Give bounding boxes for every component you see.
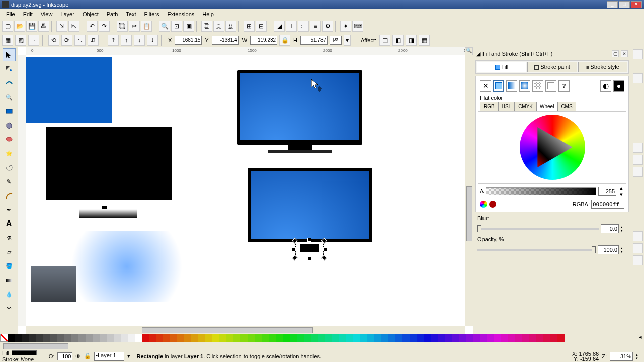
- star-tool[interactable]: ⭐: [3, 147, 16, 160]
- palette-scrollbar[interactable]: [0, 342, 644, 350]
- x-input[interactable]: [175, 36, 202, 45]
- colortab-wheel[interactable]: Wheel: [536, 102, 557, 111]
- close-button[interactable]: ✕: [631, 1, 642, 8]
- pencil-tool[interactable]: ✎: [3, 175, 16, 188]
- open-button[interactable]: 📂: [14, 21, 25, 32]
- affect-gradient-button[interactable]: ◨: [406, 35, 417, 46]
- palette-none-swatch[interactable]: [0, 334, 8, 342]
- blur-spinner[interactable]: ▴▾: [621, 225, 627, 232]
- fill-flat-button[interactable]: [493, 80, 504, 92]
- tab-stroke-style[interactable]: ≡Stroke style: [578, 62, 627, 72]
- rotate-cw-button[interactable]: ⟳: [61, 35, 72, 46]
- fill-pattern-button[interactable]: [532, 80, 543, 92]
- spray-tool[interactable]: ⚗: [3, 231, 16, 244]
- bucket-tool[interactable]: 🪣: [3, 259, 16, 273]
- affect-stroke-button[interactable]: ◫: [379, 35, 390, 46]
- status-opacity-input[interactable]: [57, 352, 72, 360]
- colortab-cmyk[interactable]: CMYK: [515, 102, 536, 111]
- select-all-button[interactable]: ▦: [2, 35, 13, 46]
- panel-close-button[interactable]: ✕: [621, 50, 628, 57]
- group-button[interactable]: ⊞: [244, 21, 255, 32]
- tweak-tool[interactable]: [3, 76, 16, 89]
- calligraphy-tool[interactable]: ✒: [3, 203, 16, 216]
- menu-edit[interactable]: Edit: [19, 10, 37, 18]
- fill-linear-button[interactable]: [506, 80, 517, 92]
- lower-bottom-button[interactable]: ⤓: [147, 35, 158, 46]
- align-button[interactable]: ≡: [310, 21, 321, 32]
- box3d-tool[interactable]: [3, 119, 16, 132]
- snap-toggle-2[interactable]: [633, 73, 643, 83]
- colortab-cms[interactable]: CMS: [557, 102, 576, 111]
- monitor-1-neck[interactable]: [288, 145, 312, 150]
- layer-visibility-icon[interactable]: 👁: [75, 353, 81, 359]
- menu-help[interactable]: Help: [198, 10, 218, 18]
- snap-toggle-8[interactable]: [633, 255, 643, 265]
- status-fill-swatch[interactable]: [12, 350, 37, 355]
- copy-button[interactable]: ⿻: [117, 21, 128, 32]
- prefs-button[interactable]: ⚙: [322, 21, 333, 32]
- blur-slider[interactable]: [477, 228, 599, 230]
- minimize-button[interactable]: _: [607, 1, 618, 8]
- input-devices-button[interactable]: ⌨: [352, 21, 363, 32]
- cut-button[interactable]: ✂: [129, 21, 140, 32]
- select-all-layers-button[interactable]: ▨: [15, 35, 26, 46]
- snap-toggle-4[interactable]: [633, 155, 643, 165]
- status-zoom-input[interactable]: [610, 352, 633, 361]
- ruler-horizontal[interactable]: 0 500 1000 1500 2000 2500 3000: [26, 47, 465, 55]
- layer-lock-icon[interactable]: 🔓: [84, 353, 91, 359]
- gradient-tool[interactable]: [3, 274, 16, 287]
- snap-toggle-6[interactable]: [633, 231, 643, 241]
- color-managed-icon[interactable]: [480, 201, 487, 208]
- menu-layer[interactable]: Layer: [56, 10, 78, 18]
- palette-swatches[interactable]: [8, 334, 637, 342]
- xml-editor-button[interactable]: ≔: [298, 21, 309, 32]
- fill-rule-nonzero-button[interactable]: ●: [613, 80, 624, 92]
- fill-swatch-button[interactable]: [545, 80, 556, 92]
- tab-fill[interactable]: Fill: [477, 62, 526, 72]
- zoom-corner-button[interactable]: 🔍: [465, 47, 473, 55]
- canvas-scrollbar-v[interactable]: [465, 55, 473, 326]
- blue-rect-sample[interactable]: [26, 57, 112, 123]
- unit-dropdown[interactable]: ▾: [344, 35, 351, 46]
- zoom-page-button[interactable]: ▣: [183, 21, 194, 32]
- connector-tool[interactable]: ⚯: [3, 302, 16, 315]
- blur-input[interactable]: [601, 224, 619, 233]
- blur-sample[interactable]: [56, 231, 197, 302]
- unit-select[interactable]: px: [330, 36, 342, 45]
- canvas-scrollbar-h[interactable]: [26, 326, 465, 334]
- y-input[interactable]: [212, 36, 239, 45]
- save-button[interactable]: 💾: [26, 21, 37, 32]
- menu-text[interactable]: Text: [122, 10, 140, 18]
- rotate-ccw-button[interactable]: ⟲: [48, 35, 59, 46]
- w-input[interactable]: [250, 36, 277, 45]
- layer-dropdown-icon[interactable]: ▾: [127, 353, 133, 359]
- status-zoom-spinner[interactable]: ▴▾: [636, 353, 642, 360]
- menu-extensions[interactable]: Extensions: [163, 10, 198, 18]
- dark-grad-sample[interactable]: [31, 266, 76, 302]
- print-button[interactable]: 🖶: [38, 21, 49, 32]
- unlink-clone-button[interactable]: ⿶: [225, 21, 236, 32]
- tab-stroke-paint[interactable]: Stroke paint: [527, 62, 577, 72]
- selected-rect[interactable]: [300, 244, 319, 252]
- raise-top-button[interactable]: ⤒: [108, 35, 119, 46]
- lower-button[interactable]: ↓: [134, 35, 145, 46]
- monitor-1-base[interactable]: [268, 150, 332, 153]
- selector-tool[interactable]: [3, 48, 16, 61]
- colortab-hsl[interactable]: HSL: [498, 102, 515, 111]
- status-stroke-value[interactable]: None: [21, 356, 46, 362]
- fill-unknown-button[interactable]: ?: [558, 80, 570, 92]
- redo-button[interactable]: ↷: [99, 21, 110, 32]
- flip-h-button[interactable]: ⇋: [74, 35, 86, 46]
- base-sample[interactable]: [79, 209, 137, 218]
- export-button[interactable]: ⇱: [68, 21, 79, 32]
- rgba-input[interactable]: [591, 200, 624, 209]
- canvas[interactable]: [26, 55, 465, 326]
- rect-tool[interactable]: [3, 105, 16, 118]
- monitor-1-bezel[interactable]: [237, 70, 362, 145]
- text-tool[interactable]: A: [3, 217, 16, 230]
- menu-filters[interactable]: Filters: [140, 10, 164, 18]
- fill-stroke-button[interactable]: ◢: [274, 21, 285, 32]
- dropper-tool[interactable]: 💧: [3, 288, 16, 301]
- alpha-input[interactable]: [598, 187, 616, 196]
- menu-object[interactable]: Object: [78, 10, 103, 18]
